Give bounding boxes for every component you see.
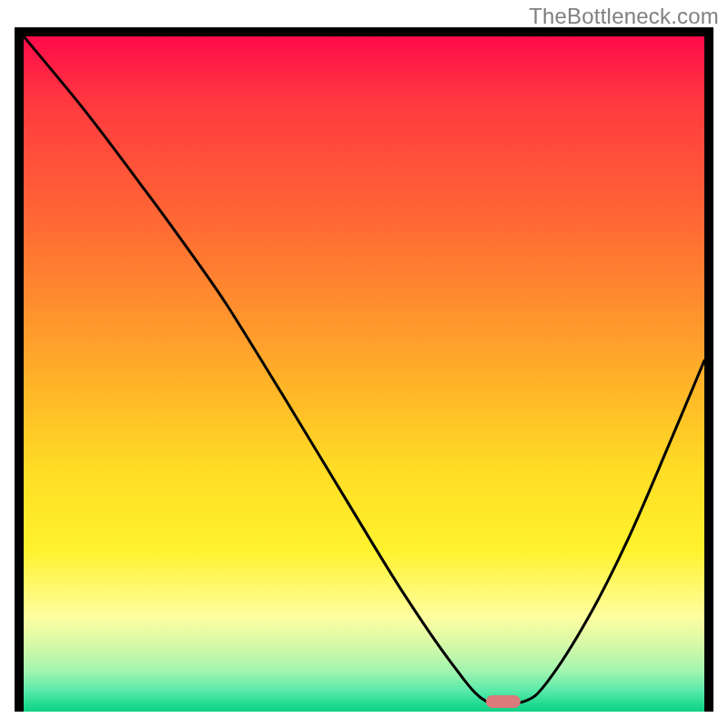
- plot-frame: [15, 27, 713, 712]
- watermark-text: TheBottleneck.com: [529, 4, 719, 29]
- chart-container: TheBottleneck.com: [0, 0, 728, 728]
- bottleneck-curve-path: [24, 36, 704, 705]
- optimum-marker: [486, 695, 521, 708]
- curve-svg: [24, 36, 704, 712]
- plot-area: [24, 36, 704, 712]
